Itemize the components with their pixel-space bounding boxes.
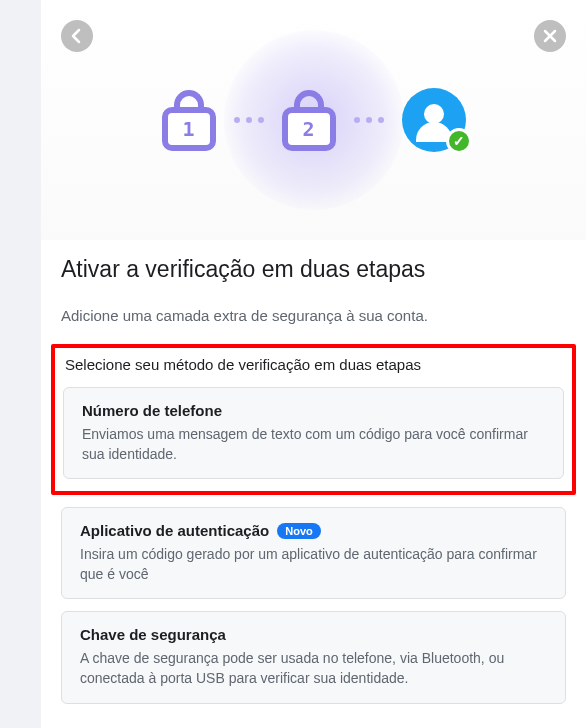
option-phone-number[interactable]: Número de telefone Enviamos uma mensagem… <box>63 387 564 479</box>
modal-content: Ativar a verificação em duas etapas Adic… <box>41 240 586 704</box>
lock-2-icon: 2 <box>282 90 336 151</box>
modal-title: Ativar a verificação em duas etapas <box>61 256 566 283</box>
option-description: Insira um código gerado por um aplicativ… <box>80 545 547 584</box>
highlight-annotation: Selecione seu método de verificação em d… <box>51 344 576 495</box>
close-button[interactable] <box>534 20 566 52</box>
option-security-key[interactable]: Chave de segurança A chave de segurança … <box>61 611 566 703</box>
dots-connector <box>354 117 384 123</box>
dots-connector <box>234 117 264 123</box>
new-badge: Novo <box>277 523 321 539</box>
lock-1-icon: 1 <box>162 90 216 151</box>
option-title: Chave de segurança <box>80 626 547 643</box>
section-label: Selecione seu método de verificação em d… <box>65 356 564 373</box>
avatar-verified-icon: ✓ <box>402 88 466 152</box>
option-authenticator-app[interactable]: Aplicativo de autenticação Novo Insira u… <box>61 507 566 599</box>
option-title: Aplicativo de autenticação Novo <box>80 522 547 539</box>
illustration-graphic: 1 2 ✓ <box>162 88 466 152</box>
option-description: Enviamos uma mensagem de texto com um có… <box>82 425 545 464</box>
check-badge-icon: ✓ <box>446 128 472 154</box>
option-description: A chave de segurança pode ser usada no t… <box>80 649 547 688</box>
two-factor-modal: 1 2 ✓ Ativar a verificação em duas eta <box>41 0 586 728</box>
modal-subtitle: Adicione uma camada extra de segurança à… <box>61 307 566 324</box>
option-title: Número de telefone <box>82 402 545 419</box>
chevron-left-icon <box>69 28 85 44</box>
close-icon <box>543 29 557 43</box>
illustration-area: 1 2 ✓ <box>41 0 586 240</box>
back-button[interactable] <box>61 20 93 52</box>
